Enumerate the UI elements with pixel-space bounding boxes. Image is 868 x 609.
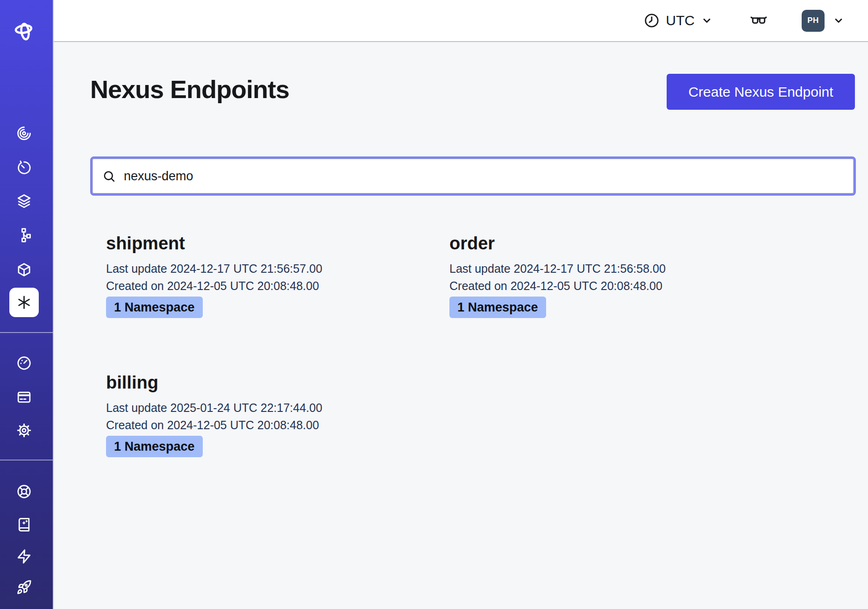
sidebar-divider bbox=[0, 460, 53, 460]
namespace-count-badge: 1 Namespace bbox=[106, 297, 203, 318]
usage-gauge-icon bbox=[16, 355, 32, 371]
labs-mode-button[interactable] bbox=[749, 11, 768, 30]
sidebar-item-billing[interactable] bbox=[9, 382, 39, 412]
timezone-selector[interactable]: UTC bbox=[644, 13, 713, 28]
billing-card-icon bbox=[16, 389, 32, 405]
sidebar-item-schedules[interactable] bbox=[9, 153, 39, 182]
clock-icon bbox=[644, 13, 660, 28]
feedback-zap-icon bbox=[16, 549, 32, 564]
sidebar-item-workflows[interactable] bbox=[9, 119, 39, 148]
temporal-logo[interactable] bbox=[9, 15, 39, 45]
namespace-count-badge: 1 Namespace bbox=[106, 436, 203, 457]
create-nexus-endpoint-button[interactable]: Create Nexus Endpoint bbox=[667, 74, 855, 110]
endpoint-card-order[interactable]: order Last update 2024-12-17 UTC 21:56:5… bbox=[449, 233, 793, 318]
page-title: Nexus Endpoints bbox=[90, 75, 289, 104]
batch-operations-icon bbox=[16, 193, 32, 209]
sidebar-item-batch-operations[interactable] bbox=[9, 186, 39, 216]
endpoint-name: order bbox=[449, 233, 793, 255]
endpoint-last-update: Last update 2024-12-17 UTC 21:56:58.00 bbox=[449, 261, 793, 276]
settings-gear-icon bbox=[16, 423, 32, 438]
sidebar-item-archival[interactable] bbox=[9, 255, 39, 284]
endpoint-last-update: Last update 2025-01-24 UTC 22:17:44.00 bbox=[106, 400, 449, 416]
schedules-icon bbox=[16, 160, 32, 175]
sidebar-item-support[interactable] bbox=[9, 477, 39, 506]
search-input[interactable] bbox=[123, 169, 844, 184]
namespace-count-badge: 1 Namespace bbox=[449, 297, 546, 318]
temporal-logo-icon bbox=[13, 19, 36, 42]
endpoint-name: billing bbox=[106, 372, 449, 394]
sidebar-divider bbox=[0, 332, 53, 333]
chevron-down-icon bbox=[832, 14, 845, 27]
endpoint-created-on: Created on 2024-12-05 UTC 20:08:48.00 bbox=[106, 278, 449, 294]
endpoint-search bbox=[90, 156, 856, 196]
endpoint-created-on: Created on 2024-12-05 UTC 20:08:48.00 bbox=[449, 278, 793, 294]
worker-deployments-icon bbox=[16, 227, 32, 243]
timezone-label: UTC bbox=[666, 13, 695, 28]
sidebar bbox=[0, 0, 54, 609]
nexus-asterisk-icon bbox=[16, 295, 32, 310]
sidebar-item-usage[interactable] bbox=[9, 348, 39, 378]
avatar: PH bbox=[802, 10, 825, 32]
chevron-down-icon bbox=[701, 14, 713, 27]
search-icon bbox=[102, 169, 116, 184]
top-bar: UTC PH bbox=[54, 0, 868, 42]
main-content: Nexus Endpoints Create Nexus Endpoint sh… bbox=[54, 42, 868, 609]
endpoint-last-update: Last update 2024-12-17 UTC 21:56:57.00 bbox=[106, 261, 449, 276]
sidebar-item-settings[interactable] bbox=[9, 416, 39, 445]
sidebar-item-docs[interactable] bbox=[9, 510, 39, 539]
sidebar-item-getting-started[interactable] bbox=[9, 573, 39, 602]
docs-book-icon bbox=[16, 517, 32, 532]
getting-started-rocket-icon bbox=[16, 580, 32, 595]
workflows-icon bbox=[16, 126, 32, 141]
cube-icon bbox=[16, 262, 32, 277]
endpoint-list: shipment Last update 2024-12-17 UTC 21:5… bbox=[106, 233, 793, 457]
endpoint-name: shipment bbox=[106, 233, 449, 255]
user-menu[interactable]: PH bbox=[802, 10, 845, 32]
sidebar-item-nexus[interactable] bbox=[9, 288, 39, 317]
endpoint-card-shipment[interactable]: shipment Last update 2024-12-17 UTC 21:5… bbox=[106, 233, 449, 318]
endpoint-card-billing[interactable]: billing Last update 2025-01-24 UTC 22:17… bbox=[106, 372, 449, 457]
glasses-icon bbox=[749, 11, 768, 30]
sidebar-item-feedback[interactable] bbox=[9, 542, 39, 571]
support-lifebuoy-icon bbox=[16, 484, 32, 499]
sidebar-item-worker-deployments[interactable] bbox=[9, 220, 39, 250]
endpoint-created-on: Created on 2024-12-05 UTC 20:08:48.00 bbox=[106, 417, 449, 433]
